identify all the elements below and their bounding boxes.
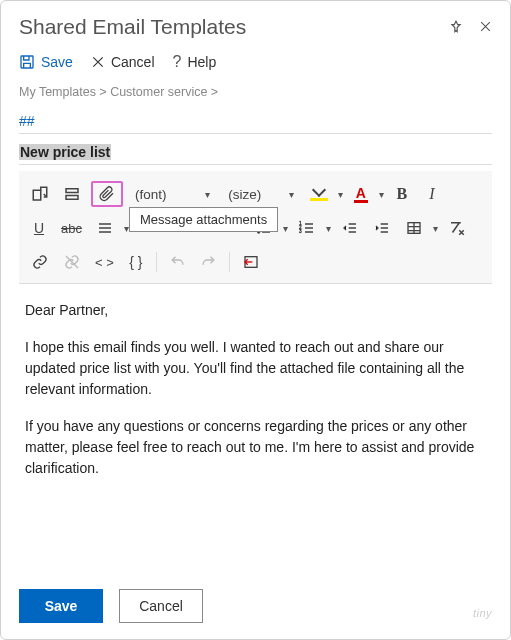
pin-icon[interactable] [449,20,463,34]
table-button[interactable] [401,215,427,241]
clear-format-button[interactable] [444,215,470,241]
body-p3: If you have any questions or concerns re… [25,416,486,479]
header-icons [449,20,492,34]
breadcrumb-root[interactable]: My Templates [19,85,96,99]
breadcrumb: My Templates > Customer service > [19,85,492,99]
save-icon [19,54,35,70]
tooltip: Message attachments [129,207,278,232]
font-select[interactable]: (font) ▾ [129,185,216,204]
chevron-down-icon[interactable]: ▾ [433,223,438,234]
italic-button[interactable]: I [420,181,444,207]
number-list-button[interactable]: 123 [294,215,320,241]
editor-toolbar: (font) ▾ (size) ▾ ▾ A ▾ B I Message atta… [19,171,492,284]
font-select-label: (font) [135,187,167,202]
html-button[interactable]: < > [91,249,118,275]
subject-field[interactable]: New price list [19,144,492,165]
unlink-button [59,249,85,275]
header: Shared Email Templates [19,15,492,39]
separator [156,252,157,272]
svg-rect-1 [33,190,41,200]
indent-button[interactable] [369,215,395,241]
outdent-button[interactable] [337,215,363,241]
help-icon: ? [173,53,182,71]
panel: Shared Email Templates Save [0,0,511,640]
svg-rect-0 [21,56,33,68]
separator [229,252,230,272]
close-icon[interactable] [479,20,492,34]
body-p1: Dear Partner, [25,300,486,321]
cancel-label: Cancel [111,54,155,70]
redo-button [196,249,221,275]
fontcolor-icon: A [354,186,368,203]
tooltip-text: Message attachments [140,212,267,227]
cancel-button[interactable]: Cancel [119,589,203,623]
cancel-action[interactable]: Cancel [91,54,155,70]
chevron-down-icon[interactable]: ▾ [338,189,343,200]
shortcut-value: ## [19,113,35,129]
svg-rect-2 [66,189,78,193]
toolbar-row-3: < > { } [27,245,484,279]
placeholder-button[interactable]: { } [124,249,148,275]
help-action[interactable]: ? Help [173,53,217,71]
save-label: Save [41,54,73,70]
subject-value: New price list [19,144,111,160]
email-body[interactable]: Dear Partner, I hope this email finds yo… [19,284,492,479]
underline-button[interactable]: U [27,215,51,241]
toolbar-row-1: (font) ▾ (size) ▾ ▾ A ▾ B I [27,177,484,211]
undo-button [165,249,190,275]
chevron-down-icon[interactable]: ▾ [379,189,384,200]
import-button[interactable] [238,249,264,275]
footer: Save Cancel tiny [19,589,492,623]
panel-title: Shared Email Templates [19,15,246,39]
chevron-down-icon[interactable]: ▾ [283,223,288,234]
size-select[interactable]: (size) ▾ [222,185,300,204]
highlight-icon [310,187,328,201]
chevron-down-icon: ▾ [289,189,294,200]
attachment-button[interactable] [91,181,123,207]
svg-text:3: 3 [299,229,302,234]
paragraph-button[interactable] [92,215,118,241]
save-button[interactable]: Save [19,589,103,623]
actionbar: Save Cancel ? Help [19,53,492,71]
help-label: Help [187,54,216,70]
insert-section-icon[interactable] [59,181,85,207]
bold-button[interactable]: B [390,181,414,207]
size-select-label: (size) [228,187,261,202]
tiny-logo: tiny [473,607,492,619]
svg-rect-3 [66,196,78,200]
insert-macro-icon[interactable] [27,181,53,207]
highlight-button[interactable] [306,181,332,207]
link-button[interactable] [27,249,53,275]
strike-button[interactable]: abc [57,215,86,241]
save-action[interactable]: Save [19,54,73,70]
paperclip-icon [99,185,115,203]
chevron-down-icon[interactable]: ▾ [326,223,331,234]
shortcut-field[interactable]: ## [19,113,492,134]
cancel-icon [91,55,105,69]
breadcrumb-folder[interactable]: Customer service [110,85,207,99]
chevron-down-icon: ▾ [205,189,210,200]
fontcolor-button[interactable]: A [349,181,373,207]
body-p2: I hope this email finds you well. I want… [25,337,486,400]
